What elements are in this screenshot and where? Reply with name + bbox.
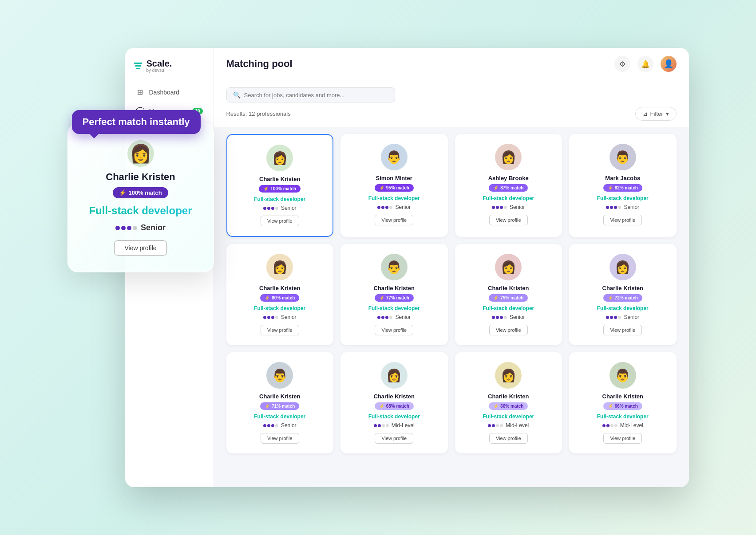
floating-card: 👩 Charlie Kristen ⚡ 100% match Full-stac… [67, 123, 214, 272]
view-profile-btn-1[interactable]: View profile [375, 215, 413, 225]
prof-role-0: Full-stack developer [254, 196, 305, 202]
lightning-icon: ⚡ [608, 185, 613, 190]
lightning-icon: ⚡ [608, 404, 613, 409]
view-profile-btn-6[interactable]: View profile [489, 325, 528, 335]
scene: Perfect match instantly 👩 Charlie Kriste… [67, 35, 689, 500]
notifications-button[interactable]: 🔔 [637, 56, 653, 72]
level-text-8: Senior [281, 422, 297, 429]
prof-avatar-4: 👩 [266, 254, 293, 280]
match-badge-7: ⚡ 72% match [603, 294, 642, 302]
avatar: 👩 [127, 140, 154, 167]
prof-name-10: Charlie Kristen [488, 393, 529, 400]
prof-avatar-10: 👩 [495, 362, 522, 389]
main-content: Matching pool ⚙ 🔔 👤 🔍 Results: 12 profes… [214, 48, 689, 487]
view-profile-btn-10[interactable]: View profile [489, 433, 528, 444]
prof-card-4[interactable]: 👩 Charlie Kristen ⚡ 80% match Full-stack… [226, 244, 334, 345]
floating-card-dots [115, 226, 137, 230]
level-text-9: Mid-Level [392, 422, 415, 429]
filter-icon: ⊿ [643, 110, 648, 117]
view-profile-btn-7[interactable]: View profile [603, 325, 642, 335]
tooltip-text: Perfect match instantly [83, 116, 190, 127]
level-row-4: Senior [263, 314, 297, 320]
level-text-5: Senior [395, 314, 411, 320]
sidebar-item-label: Dashboard [149, 89, 180, 96]
tooltip-bubble: Perfect match instantly [72, 110, 201, 134]
lightning-icon: ⚡ [608, 295, 613, 300]
lightning-icon: ⚡ [379, 404, 384, 409]
match-badge-4: ⚡ 80% match [260, 294, 299, 302]
view-profile-btn-0[interactable]: View profile [261, 216, 299, 226]
level-dots-1 [377, 206, 392, 209]
prof-role-5: Full-stack developer [368, 305, 420, 311]
view-profile-btn-11[interactable]: View profile [603, 433, 642, 444]
view-profile-btn-5[interactable]: View profile [375, 325, 413, 335]
floating-card-match: ⚡ 100% match [113, 187, 168, 198]
level-text-7: Senior [624, 314, 639, 320]
level-text-0: Senior [281, 205, 297, 211]
lightning-icon: ⚡ [493, 404, 499, 409]
match-badge-0: ⚡ 100% match [259, 185, 301, 193]
prof-card-5[interactable]: 👨 Charlie Kristen ⚡ 77% match Full-stack… [340, 244, 448, 345]
level-text-6: Senior [510, 314, 525, 320]
view-profile-btn-9[interactable]: View profile [375, 433, 413, 444]
prof-name-8: Charlie Kristen [259, 393, 300, 400]
lightning-icon: ⚡ [265, 404, 270, 409]
view-profile-btn-3[interactable]: View profile [603, 215, 642, 225]
level-text-2: Senior [510, 204, 525, 210]
prof-card-10[interactable]: 👩 Charlie Kristen ⚡ 66% match Full-stack… [455, 352, 562, 453]
floating-card-level-row: Senior [115, 223, 166, 232]
view-profile-btn-8[interactable]: View profile [261, 433, 299, 444]
professionals-grid: 👩 Charlie Kristen ⚡ 100% match Full-stac… [214, 127, 689, 487]
settings-button[interactable]: ⚙ [614, 56, 630, 72]
prof-name-5: Charlie Kristen [374, 285, 415, 291]
view-profile-btn-4[interactable]: View profile [261, 325, 299, 335]
prof-avatar-9: 👩 [381, 362, 408, 389]
prof-card-1[interactable]: 👨 Simon Minter ⚡ 95% match Full-stack de… [340, 134, 448, 237]
search-input[interactable] [244, 92, 388, 98]
level-row-1: Senior [377, 204, 411, 210]
search-icon: 🔍 [233, 91, 241, 98]
logo-brand: Scale. [146, 59, 172, 69]
lightning-icon: ⚡ [263, 186, 269, 191]
level-dots-5 [377, 316, 392, 319]
prof-card-0[interactable]: 👩 Charlie Kristen ⚡ 100% match Full-stac… [226, 134, 334, 237]
prof-role-10: Full-stack developer [483, 413, 534, 420]
level-row-7: Senior [606, 314, 639, 320]
level-dots-9 [374, 424, 389, 427]
prof-card-9[interactable]: 👩 Charlie Kristen ⚡ 68% match Full-stack… [340, 352, 448, 453]
results-count: Results: 12 professionals [226, 110, 291, 117]
level-dots-6 [492, 316, 507, 319]
prof-card-6[interactable]: 👩 Charlie Kristen ⚡ 75% match Full-stack… [455, 244, 562, 345]
chevron-down-icon: ▾ [666, 110, 669, 117]
prof-card-2[interactable]: 👩 Ashley Brooke ⚡ 87% match Full-stack d… [455, 134, 562, 237]
prof-role-7: Full-stack developer [597, 305, 649, 311]
level-row-5: Senior [377, 314, 411, 320]
prof-role-11: Full-stack developer [597, 413, 649, 420]
prof-role-1: Full-stack developer [368, 195, 420, 201]
prof-card-3[interactable]: 👨 Mark Jacobs ⚡ 82% match Full-stack dev… [569, 134, 677, 237]
floating-card-role: Full-stack developer [89, 205, 192, 217]
lightning-icon: ⚡ [379, 295, 384, 300]
floating-card-name: Charlie Kristen [106, 171, 175, 183]
level-dots-4 [263, 316, 278, 319]
filter-button[interactable]: ⊿ Filter ▾ [635, 107, 677, 121]
prof-card-11[interactable]: 👨 Charlie Kristen ⚡ 66% match Full-stack… [569, 352, 677, 453]
lightning-icon: ⚡ [379, 185, 384, 190]
floating-card-level: Senior [141, 223, 166, 232]
level-dots-3 [606, 206, 621, 209]
match-badge-2: ⚡ 87% match [489, 184, 528, 192]
prof-card-7[interactable]: 👩 Charlie Kristen ⚡ 72% match Full-stack… [569, 244, 677, 345]
view-profile-btn-2[interactable]: View profile [489, 215, 528, 225]
sidebar-item-dashboard[interactable]: ⊞ Dashboard [131, 83, 208, 101]
prof-avatar-7: 👩 [610, 254, 636, 280]
floating-card-view-button[interactable]: View profile [114, 240, 166, 256]
user-avatar[interactable]: 👤 [661, 56, 677, 72]
match-badge-5: ⚡ 77% match [375, 294, 414, 302]
prof-role-4: Full-stack developer [254, 305, 305, 311]
prof-name-2: Ashley Brooke [488, 175, 529, 181]
prof-card-8[interactable]: 👨 Charlie Kristen ⚡ 71% match Full-stack… [226, 352, 334, 453]
level-text-11: Mid-Level [620, 422, 643, 429]
logo: Scale. by devsu [125, 59, 214, 83]
match-badge-8: ⚡ 71% match [260, 402, 299, 410]
level-row-8: Senior [263, 422, 297, 429]
